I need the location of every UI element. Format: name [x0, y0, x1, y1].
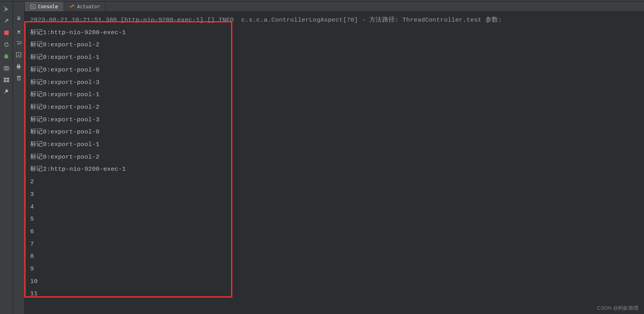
- scroll-down-icon[interactable]: [15, 27, 22, 35]
- bug-icon[interactable]: [3, 53, 10, 60]
- scroll-up-icon[interactable]: [15, 16, 22, 23]
- console-output[interactable]: 2023-08-21 10:21:51.380 [http-nio-9200-e…: [25, 12, 644, 314]
- svg-rect-11: [17, 33, 20, 33]
- soft-wrap-icon[interactable]: [15, 39, 22, 46]
- terminal-icon: [30, 4, 36, 9]
- svg-rect-10: [17, 17, 20, 17]
- scroll-to-end-icon[interactable]: [15, 51, 22, 58]
- log-line: 11: [30, 288, 640, 300]
- log-line: 10: [30, 276, 640, 288]
- log-line: 标记0:export-pool-0: [30, 64, 640, 77]
- log-line: 标记2:http-nio-9200-exec-1: [30, 163, 640, 176]
- svg-rect-16: [17, 77, 20, 80]
- log-line: 标记0:export-pool-1: [30, 139, 640, 151]
- log-line: 2: [30, 176, 640, 188]
- log-line: 标记0:export-pool-2: [30, 39, 640, 51]
- svg-rect-5: [4, 77, 6, 79]
- log-line: 8: [30, 250, 640, 263]
- log-line: 标记0:export-pool-0: [30, 126, 640, 139]
- tab-bar: Console Actuator: [25, 2, 644, 12]
- svg-point-3: [5, 68, 7, 69]
- tab-console-label: Console: [38, 4, 58, 9]
- svg-rect-4: [5, 66, 7, 67]
- tab-actuator[interactable]: Actuator: [64, 2, 106, 11]
- main-layout: Console Actuator 2023-08-21 10:21:51.380…: [0, 2, 644, 314]
- log-line: 标记0:export-pool-1: [30, 51, 640, 64]
- print-icon[interactable]: [15, 63, 22, 70]
- log-line: 5: [30, 213, 640, 226]
- stop-icon[interactable]: [3, 29, 10, 36]
- log-line: 9: [30, 263, 640, 276]
- log-line: 标记0:export-pool-1: [30, 89, 640, 101]
- console-actions-toolbar: [13, 2, 25, 314]
- tab-console[interactable]: Console: [25, 2, 64, 11]
- log-line: 7: [30, 238, 640, 251]
- watermark: CSDN @蚂蚁雅嘿: [597, 305, 639, 312]
- log-lines: 标记1:http-nio-9200-exec-1标记0:export-pool-…: [30, 27, 640, 300]
- clear-icon[interactable]: [15, 75, 22, 82]
- left-gutter-toolbar: [0, 2, 13, 314]
- svg-rect-7: [4, 80, 6, 82]
- log-line: 4: [30, 201, 640, 214]
- log-line: 标记0:export-pool-2: [30, 101, 640, 114]
- svg-rect-14: [18, 64, 20, 66]
- log-line: 6: [30, 226, 640, 238]
- rerun-icon[interactable]: [3, 5, 10, 13]
- layout-icon[interactable]: [3, 76, 10, 83]
- log-line: 标记0:export-pool-3: [30, 77, 640, 89]
- content-area: Console Actuator 2023-08-21 10:21:51.380…: [25, 2, 644, 314]
- restart-icon[interactable]: [3, 41, 10, 48]
- log-line: 标记0:export-pool-2: [30, 151, 640, 164]
- svg-rect-0: [4, 30, 8, 35]
- wrench-icon[interactable]: [3, 17, 10, 24]
- log-line: 标记0:export-pool-3: [30, 114, 640, 126]
- pin-icon[interactable]: [3, 88, 10, 95]
- log-header-line: 2023-08-21 10:21:51.380 [http-nio-9200-e…: [30, 14, 640, 27]
- camera-icon[interactable]: [3, 64, 10, 71]
- log-line: 3: [30, 188, 640, 201]
- svg-line-9: [4, 92, 6, 93]
- svg-rect-8: [7, 80, 9, 82]
- svg-rect-6: [7, 77, 9, 79]
- svg-rect-17: [17, 76, 20, 77]
- log-line: 标记1:http-nio-9200-exec-1: [30, 27, 640, 39]
- tab-actuator-label: Actuator: [77, 4, 100, 9]
- actuator-icon: [69, 4, 75, 9]
